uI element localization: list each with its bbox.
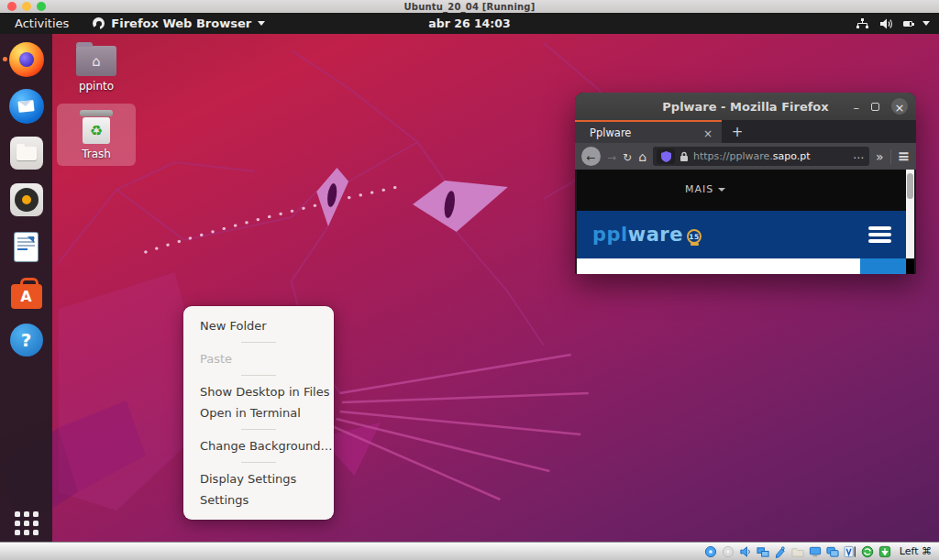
ubuntu-software-icon: A: [11, 284, 42, 309]
menu-icon[interactable]: [898, 148, 910, 165]
new-tab-button[interactable]: [722, 120, 753, 143]
zoom-icon[interactable]: [37, 2, 46, 11]
audio-icon[interactable]: [739, 544, 753, 558]
tab-bar: Pplware: [575, 120, 916, 143]
home-icon[interactable]: [638, 148, 646, 165]
recording-icon[interactable]: [826, 544, 840, 558]
url-bar[interactable]: https://pplware.sapo.pt: [653, 147, 869, 166]
firefox-window-title: Pplware - Mozilla Firefox: [662, 100, 828, 114]
hard-disk-icon[interactable]: [704, 544, 718, 558]
dock-item-thunderbird[interactable]: [8, 88, 45, 125]
network-icon: [856, 18, 869, 29]
menu-separator: [241, 429, 276, 430]
reload-icon[interactable]: [623, 148, 632, 165]
menu-separator: [241, 462, 276, 463]
firefox-icon: [9, 42, 44, 77]
host-titlebar[interactable]: Ubuntu_20_04 [Running]: [0, 0, 939, 13]
tracking-protection-button[interactable]: [657, 148, 675, 164]
tab-title: Pplware: [590, 126, 696, 139]
minimize-icon[interactable]: [22, 2, 31, 11]
menu-item-open-in-terminal[interactable]: Open in Terminal: [183, 402, 334, 423]
desktop[interactable]: A ? ppinto Trash New Folder Paste: [0, 34, 939, 542]
navigation-toolbar: https://pplware.sapo.pt: [575, 143, 916, 170]
volume-icon: [879, 18, 893, 29]
virtualbox-features-icon[interactable]: [844, 544, 857, 558]
desktop-icon-home-folder[interactable]: ppinto: [57, 38, 136, 98]
dock-item-firefox[interactable]: [8, 41, 45, 78]
page-blue-element: [860, 258, 906, 274]
close-icon[interactable]: [7, 2, 17, 11]
mouse-integration-icon[interactable]: [861, 544, 875, 558]
firefox-mono-icon: [93, 17, 105, 29]
app-menu-label: Firefox Web Browser: [111, 16, 251, 30]
gnome-top-bar: Activities Firefox Web Browser abr 26 14…: [0, 13, 939, 34]
shared-folders-icon[interactable]: [791, 544, 805, 558]
dock-item-libreoffice-writer[interactable]: [8, 228, 45, 265]
optical-drive-icon[interactable]: [722, 544, 735, 558]
show-applications-button[interactable]: [15, 511, 39, 535]
network-adapters-icon[interactable]: [757, 544, 770, 558]
running-indicator: [3, 57, 7, 61]
menu-item-paste: Paste: [183, 348, 334, 369]
menu-item-new-folder[interactable]: New Folder: [183, 315, 334, 336]
host-window-title: Ubuntu_20_04 [Running]: [403, 2, 535, 12]
scrollbar-thumb[interactable]: [907, 173, 913, 199]
keyboard-icon[interactable]: [878, 544, 892, 558]
url-domain: sapo.pt: [773, 150, 811, 162]
minimize-icon[interactable]: [854, 98, 860, 115]
dock-item-files[interactable]: [8, 135, 45, 171]
menu-separator: [241, 342, 276, 343]
plus-icon: [732, 123, 744, 140]
menu-item-change-background[interactable]: Change Background…: [183, 435, 334, 456]
virtualbox-status-bar: Left ⌘: [0, 542, 939, 560]
display-icon[interactable]: [809, 544, 823, 558]
more-label: MAIS: [685, 183, 713, 195]
scrollbar[interactable]: [906, 170, 914, 258]
usb-icon[interactable]: [774, 544, 788, 558]
pplware-header: pplware 15: [577, 211, 906, 258]
help-icon: ?: [10, 324, 43, 357]
maximize-icon[interactable]: [871, 103, 879, 111]
close-button[interactable]: [891, 98, 908, 115]
more-menu[interactable]: MAIS: [685, 183, 725, 195]
url-text[interactable]: https://pplware.sapo.pt: [693, 150, 811, 162]
firefox-titlebar[interactable]: Pplware - Mozilla Firefox: [575, 93, 916, 120]
tab-pplware[interactable]: Pplware: [575, 120, 722, 143]
icon-label: Trash: [57, 148, 136, 160]
folder-icon: [17, 147, 37, 160]
hamburger-menu-icon[interactable]: [868, 224, 891, 247]
overflow-icon[interactable]: [876, 148, 884, 165]
dock-item-rhythmbox[interactable]: [8, 181, 45, 218]
menu-item-settings[interactable]: Settings: [183, 489, 334, 511]
browser-viewport: MAIS pplware 15: [575, 170, 916, 274]
chevron-down-icon: [718, 188, 725, 192]
anniversary-badge: 15: [687, 229, 701, 244]
window-controls: [854, 93, 909, 120]
virtualbox-vm-window: Ubuntu_20_04 [Running] Activities Firefo…: [0, 0, 939, 560]
tab-close-icon[interactable]: [703, 124, 713, 141]
app-menu-button[interactable]: Firefox Web Browser: [93, 16, 265, 30]
menu-item-show-desktop-in-files[interactable]: Show Desktop in Files: [183, 381, 334, 402]
forward-icon[interactable]: [607, 148, 616, 165]
dock: A ?: [0, 34, 52, 542]
menu-item-display-settings[interactable]: Display Settings: [183, 468, 334, 489]
activities-button[interactable]: Activities: [11, 16, 72, 30]
caret-down-icon: [922, 21, 930, 26]
home-icon: [92, 53, 101, 70]
recycle-icon: [90, 124, 103, 138]
pplware-logo[interactable]: pplware 15: [592, 224, 701, 246]
back-button[interactable]: [581, 147, 601, 166]
dock-item-ubuntu-software[interactable]: A: [8, 275, 45, 312]
envelope-icon: [17, 100, 34, 113]
host-key-label: Left ⌘: [900, 545, 932, 557]
lock-icon: [679, 151, 689, 162]
system-status-area[interactable]: [856, 13, 930, 34]
home-folder-icon: [76, 46, 116, 76]
icon-label: ppinto: [57, 80, 136, 93]
logo-text: ppl: [592, 224, 628, 246]
desktop-context-menu: New Folder Paste Show Desktop in Files O…: [183, 306, 334, 520]
desktop-icon-trash[interactable]: Trash: [57, 104, 136, 166]
page-actions-icon[interactable]: [853, 148, 864, 165]
files-icon: [10, 137, 43, 170]
dock-item-help[interactable]: ?: [8, 322, 45, 358]
